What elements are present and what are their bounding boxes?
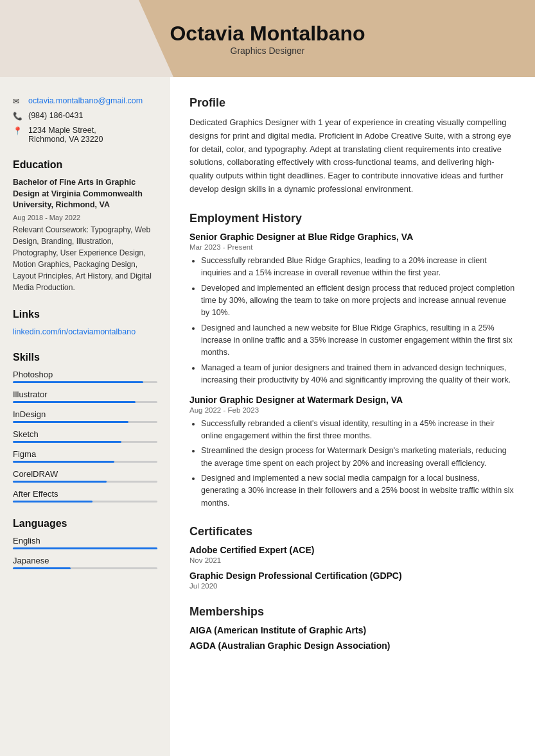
profile-section: Profile Dedicated Graphics Designer with… — [189, 96, 516, 196]
skill-bar-fill — [13, 401, 136, 403]
language-bar-bg — [13, 547, 157, 549]
skill-item: Figma — [13, 449, 157, 463]
skill-item: Illustrator — [13, 390, 157, 403]
sidebar: ✉ octavia.montalbano@gmail.com 📞 (984) 1… — [0, 77, 170, 756]
certificates-title: Certificates — [189, 525, 516, 538]
skill-bar-fill — [13, 381, 143, 383]
location-icon: 📍 — [13, 126, 23, 135]
skill-item: Sketch — [13, 429, 157, 443]
skill-bar-bg — [13, 501, 157, 503]
skill-bar-fill — [13, 421, 128, 423]
memberships-section: Memberships AIGA (American Institute of … — [189, 605, 516, 651]
linkedin-link[interactable]: linkedin.com/in/octaviamontalbano — [13, 327, 136, 336]
job-bullets: Successfully rebranded Blue Ridge Graphi… — [189, 255, 516, 387]
skill-name: Figma — [13, 449, 157, 459]
languages-section: Languages English Japanese — [13, 518, 157, 569]
skill-bar-fill — [13, 501, 92, 503]
address-text: 1234 Maple Street, Richmond, VA 23220 — [28, 126, 103, 144]
skills-list: Photoshop Illustrator InDesign Sketch Fi… — [13, 370, 157, 503]
links-section: Links linkedin.com/in/octaviamontalbano — [13, 309, 157, 336]
skill-item: After Effects — [13, 489, 157, 503]
education-dates: Aug 2018 - May 2022 — [13, 214, 157, 221]
skill-item: CorelDRAW — [13, 469, 157, 483]
job-title: Junior Graphic Designer at Watermark Des… — [189, 395, 516, 405]
job-bullet: Designed and implemented a new social me… — [201, 472, 516, 510]
education-section: Education Bachelor of Fine Arts in Graph… — [13, 159, 157, 293]
skill-bar-bg — [13, 441, 157, 443]
certificates-section: Certificates Adobe Certified Expert (ACE… — [189, 525, 516, 590]
certs-list: Adobe Certified Expert (ACE) Nov 2021 Gr… — [189, 545, 516, 590]
linkedin-item: linkedin.com/in/octaviamontalbano — [13, 327, 157, 336]
phone-icon: 📞 — [13, 112, 23, 121]
cert-date: Jul 2020 — [189, 582, 516, 590]
job-bullet: Developed and implemented an efficient d… — [201, 282, 516, 320]
memberships-list: AIGA (American Institute of Graphic Arts… — [189, 625, 516, 651]
email-link[interactable]: octavia.montalbano@gmail.com — [28, 96, 143, 105]
language-bar-fill — [13, 547, 157, 549]
job-bullets: Successfully rebranded a client's visual… — [189, 418, 516, 510]
job-dates: Mar 2023 - Present — [189, 243, 516, 251]
contact-section: ✉ octavia.montalbano@gmail.com 📞 (984) 1… — [13, 96, 157, 144]
header-name: Octavia Montalbano — [170, 22, 365, 46]
employment-title: Employment History — [189, 212, 516, 225]
education-degree: Bachelor of Fine Arts in Graphic Design … — [13, 177, 157, 211]
job-bullet: Streamlined the design process for Water… — [201, 445, 516, 470]
language-name: English — [13, 536, 157, 546]
address-item: 📍 1234 Maple Street, Richmond, VA 23220 — [13, 126, 157, 144]
skill-bar-fill — [13, 481, 107, 483]
skill-name: After Effects — [13, 489, 157, 499]
skill-name: Sketch — [13, 429, 157, 439]
language-item: Japanese — [13, 556, 157, 569]
language-bar-bg — [13, 567, 157, 569]
language-bar-fill — [13, 567, 71, 569]
cert-entry: Adobe Certified Expert (ACE) Nov 2021 — [189, 545, 516, 564]
skill-name: Illustrator — [13, 390, 157, 399]
cert-name: Adobe Certified Expert (ACE) — [189, 545, 516, 555]
membership-item: AIGA (American Institute of Graphic Arts… — [189, 625, 516, 635]
skill-bar-fill — [13, 441, 121, 443]
job-dates: Aug 2022 - Feb 2023 — [189, 406, 516, 414]
layout: ✉ octavia.montalbano@gmail.com 📞 (984) 1… — [0, 77, 535, 756]
languages-list: English Japanese — [13, 536, 157, 569]
education-title: Education — [13, 159, 157, 171]
skill-bar-bg — [13, 461, 157, 463]
skill-bar-fill — [13, 461, 114, 463]
cert-date: Nov 2021 — [189, 556, 516, 564]
skill-name: Photoshop — [13, 370, 157, 379]
job-entry: Senior Graphic Designer at Blue Ridge Gr… — [189, 232, 516, 387]
skill-bar-bg — [13, 381, 157, 383]
links-title: Links — [13, 309, 157, 320]
skill-name: InDesign — [13, 409, 157, 419]
email-item: ✉ octavia.montalbano@gmail.com — [13, 96, 157, 106]
phone-item: 📞 (984) 186-0431 — [13, 111, 157, 121]
job-entry: Junior Graphic Designer at Watermark Des… — [189, 395, 516, 510]
cert-name: Graphic Design Professional Certificatio… — [189, 571, 516, 581]
employment-section: Employment History Senior Graphic Design… — [189, 212, 516, 510]
memberships-title: Memberships — [189, 605, 516, 619]
job-bullet: Successfully rebranded a client's visual… — [201, 418, 516, 443]
job-title: Senior Graphic Designer at Blue Ridge Gr… — [189, 232, 516, 242]
jobs-list: Senior Graphic Designer at Blue Ridge Gr… — [189, 232, 516, 510]
education-coursework: Relevant Coursework: Typography, Web Des… — [13, 224, 157, 293]
email-icon: ✉ — [13, 97, 23, 106]
header-title: Graphics Designer — [231, 46, 305, 56]
job-bullet: Successfully rebranded Blue Ridge Graphi… — [201, 255, 516, 280]
profile-text: Dedicated Graphics Designer with 1 year … — [189, 116, 516, 196]
skill-name: CorelDRAW — [13, 469, 157, 479]
job-bullet: Managed a team of junior designers and t… — [201, 362, 516, 387]
skills-title: Skills — [13, 352, 157, 363]
skills-section: Skills Photoshop Illustrator InDesign Sk… — [13, 352, 157, 503]
cert-entry: Graphic Design Professional Certificatio… — [189, 571, 516, 590]
profile-title: Profile — [189, 96, 516, 110]
language-name: Japanese — [13, 556, 157, 565]
languages-title: Languages — [13, 518, 157, 529]
job-bullet: Designed and launched a new website for … — [201, 322, 516, 359]
header: Octavia Montalbano Graphics Designer — [0, 0, 535, 77]
skill-bar-bg — [13, 481, 157, 483]
skill-bar-bg — [13, 401, 157, 403]
skill-bar-bg — [13, 421, 157, 423]
membership-item: AGDA (Australian Graphic Design Associat… — [189, 640, 516, 651]
skill-item: InDesign — [13, 409, 157, 423]
main-content: Profile Dedicated Graphics Designer with… — [170, 77, 535, 756]
phone-text: (984) 186-0431 — [28, 111, 83, 120]
